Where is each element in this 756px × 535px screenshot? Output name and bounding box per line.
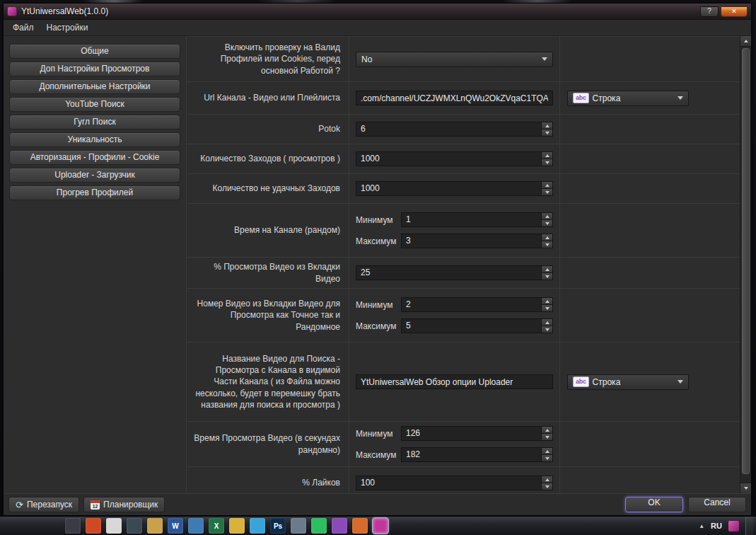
show-desktop-button[interactable] xyxy=(745,517,753,535)
url-type-dropdown[interactable]: abc Строка xyxy=(567,91,689,106)
taskbar-app-7-icon[interactable] xyxy=(311,518,327,534)
taskbar-word-icon[interactable]: W xyxy=(168,518,183,534)
spin-down-button[interactable] xyxy=(542,454,552,461)
watch-time-min-spinner[interactable]: 126 xyxy=(401,426,553,441)
channel-time-max-spinner[interactable]: 3 xyxy=(401,234,553,248)
taskbar: WXPs ▲ RU xyxy=(0,516,756,535)
sidebar-item-obshchie[interactable]: Общие xyxy=(9,44,180,59)
triangle-down-icon xyxy=(545,191,549,194)
triangle-up-icon xyxy=(545,300,549,303)
scrollbar[interactable] xyxy=(740,36,751,493)
close-button[interactable]: ✕ xyxy=(721,6,748,17)
sidebar-item-gugl-poisk[interactable]: Гугл Поиск xyxy=(9,115,180,130)
visits-count-spinner[interactable]: 1000 xyxy=(356,151,553,166)
taskbar-app-4-icon[interactable] xyxy=(229,518,245,534)
footer-bar: ⟳ Перезапуск 12 Планировщик OK Cancel xyxy=(4,493,751,515)
triangle-down-icon xyxy=(545,222,549,225)
channel-time-min-spinner[interactable]: 1 xyxy=(401,212,553,227)
spin-up-button[interactable] xyxy=(542,266,552,272)
title-type-dropdown[interactable]: abc Строка xyxy=(567,374,689,390)
taskbar-ytuniwersalweb-active-icon[interactable] xyxy=(373,518,388,534)
taskbar-app-8-icon[interactable] xyxy=(332,518,347,534)
sidebar-item-dop-nastroyki-prosmotrov[interactable]: Доп Настройки Просмотров xyxy=(9,62,180,76)
valid-check-dropdown[interactable]: No xyxy=(356,52,553,67)
taskbar-firefox-icon[interactable] xyxy=(86,518,101,534)
sidebar-item-progrev-profiley[interactable]: Прогрев Профилей xyxy=(9,185,180,200)
triangle-down-icon xyxy=(545,436,549,439)
spin-up-button[interactable] xyxy=(542,122,552,129)
menu-bar: Файл Настройки xyxy=(4,20,751,36)
taskbar-app-2-icon[interactable] xyxy=(127,518,142,534)
channel-url-input[interactable] xyxy=(356,91,553,105)
spin-up-button[interactable] xyxy=(542,319,552,326)
restart-label: Перезапуск xyxy=(27,500,72,510)
spin-up-button[interactable] xyxy=(542,152,552,159)
scheduler-button[interactable]: 12 Планировщик xyxy=(83,497,165,512)
spin-up-button[interactable] xyxy=(542,427,552,433)
sidebar: Общие Доп Настройки Просмотров Дополните… xyxy=(4,36,186,493)
spin-up-button[interactable] xyxy=(542,476,552,483)
spin-down-button[interactable] xyxy=(542,188,552,195)
tray-expand-icon[interactable]: ▲ xyxy=(699,523,704,529)
spin-down-button[interactable] xyxy=(542,433,552,440)
taskbar-photoshop-icon[interactable]: Ps xyxy=(270,518,286,534)
triangle-down-icon xyxy=(545,328,549,331)
sidebar-item-unikalnost[interactable]: Уникальность xyxy=(9,132,180,147)
spin-down-button[interactable] xyxy=(542,129,552,136)
taskbar-app-5-icon[interactable] xyxy=(250,518,265,534)
sidebar-item-dopolnitelnye-nastroyki[interactable]: Дополнительные Настройки xyxy=(9,79,180,94)
spin-up-button[interactable] xyxy=(542,448,552,454)
triangle-up-icon xyxy=(545,321,549,324)
video-title-input[interactable] xyxy=(356,374,553,389)
ok-button[interactable]: OK xyxy=(625,497,683,512)
video-number-min-spinner[interactable]: 2 xyxy=(401,297,553,312)
spinner-value: 1000 xyxy=(356,182,541,195)
failed-visits-spinner[interactable]: 1000 xyxy=(356,181,553,196)
help-button[interactable]: ? xyxy=(700,6,719,17)
spinner-value: 1000 xyxy=(356,152,541,166)
spin-down-button[interactable] xyxy=(542,326,552,333)
spin-up-button[interactable] xyxy=(542,182,552,188)
scroll-down-button[interactable] xyxy=(740,483,751,493)
triangle-down-icon xyxy=(744,487,748,490)
video-tab-percent-spinner[interactable]: 25 xyxy=(356,265,553,280)
taskbar-app-1-icon[interactable] xyxy=(65,518,81,534)
field-label: Potok xyxy=(318,123,340,134)
likes-percent-spinner[interactable]: 100 xyxy=(356,476,553,490)
sidebar-item-avtorizaciya-profili-cookie[interactable]: Авторизация - Профили - Cookie xyxy=(9,150,180,165)
abc-icon: abc xyxy=(573,376,589,387)
watch-time-max-spinner[interactable]: 182 xyxy=(401,447,553,462)
cancel-button[interactable]: Cancel xyxy=(688,497,746,512)
spin-down-button[interactable] xyxy=(542,219,552,226)
taskbar-browser-globe-icon[interactable] xyxy=(106,518,122,534)
spin-down-button[interactable] xyxy=(542,159,552,166)
taskbar-excel-icon[interactable]: X xyxy=(209,518,224,534)
spin-down-button[interactable] xyxy=(542,272,552,280)
taskbar-app-3-icon[interactable] xyxy=(188,518,204,534)
scrollbar-thumb[interactable] xyxy=(742,48,750,474)
triangle-up-icon xyxy=(545,268,549,271)
spin-up-button[interactable] xyxy=(542,298,552,304)
language-indicator[interactable]: RU xyxy=(711,522,722,530)
potok-spinner[interactable]: 6 xyxy=(356,122,553,137)
spin-down-button[interactable] xyxy=(542,483,552,490)
spin-down-button[interactable] xyxy=(542,241,552,248)
restart-button[interactable]: ⟳ Перезапуск xyxy=(8,497,79,512)
form-row-likes-percent: % Лайков 100 xyxy=(187,467,740,493)
taskbar-app-6-icon[interactable] xyxy=(291,518,306,534)
spin-down-button[interactable] xyxy=(542,304,552,311)
menu-file[interactable]: Файл xyxy=(6,21,40,34)
triangle-up-icon xyxy=(545,184,549,187)
scroll-up-button[interactable] xyxy=(740,36,751,47)
sidebar-item-youtube-poisk[interactable]: YouTube Поиск xyxy=(9,97,180,112)
video-number-max-spinner[interactable]: 5 xyxy=(401,318,553,333)
tray-app-icon[interactable] xyxy=(728,521,739,531)
title-bar[interactable]: YtUniwersalWeb(1.0.0) ? ✕ xyxy=(4,4,751,20)
menu-settings[interactable]: Настройки xyxy=(40,21,95,34)
spin-up-button[interactable] xyxy=(542,213,552,219)
spin-up-button[interactable] xyxy=(542,234,552,241)
taskbar-folder-explorer-icon[interactable] xyxy=(147,518,163,534)
sidebar-item-uploader-zagruzchik[interactable]: Uploader - Загрузчик xyxy=(9,168,180,183)
taskbar-app-9-icon[interactable] xyxy=(352,518,368,534)
form-row-channel-url: Url Канала - Видео или Плейлиста abc Стр… xyxy=(187,82,740,115)
